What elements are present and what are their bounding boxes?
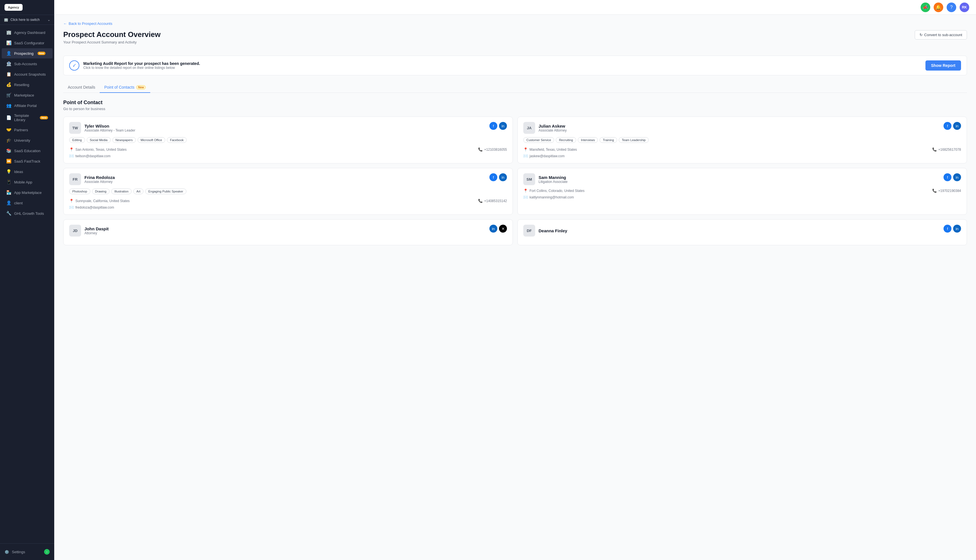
tw-icon[interactable]: ✕ [499, 225, 507, 233]
contact-phone: 📞+19702190384 [932, 188, 961, 193]
badge-template-library: New [40, 116, 48, 119]
sidebar-item-mobile-app[interactable]: 📱 Mobile App [2, 177, 53, 187]
university-icon: 🎓 [6, 138, 11, 143]
contact-name-4: John Daspit [84, 227, 109, 231]
sidebar-item-affiliate-portal[interactable]: 👥 Affiliate Portal [2, 100, 53, 111]
settings-item[interactable]: ⚙️ Settings › [0, 547, 54, 557]
contact-email: ✉️kaitlynmanning@hotmail.com [523, 195, 574, 199]
sidebar-item-agency-dashboard[interactable]: 🏢 Agency Dashboard [2, 27, 53, 38]
li-icon[interactable]: in [499, 173, 507, 181]
sidebar-label-app-marketplace: App Marketplace [14, 190, 42, 195]
contact-email: ✉️fredoloza@daspitlaw.com [69, 205, 114, 210]
skill-tag: Editing [69, 137, 85, 143]
fb-icon[interactable]: f [489, 122, 497, 130]
partners-icon: 🤝 [6, 127, 11, 132]
skill-tag: Facebook [167, 137, 187, 143]
skill-tag: Newspapers [112, 137, 136, 143]
sidebar-label-saas-configurator: SaaS Configurator [14, 41, 44, 45]
contact-card-2: FR Frina Redoloza Associate Attorney fin… [63, 168, 513, 215]
notification-icon-orange[interactable]: 🔔 [934, 3, 943, 12]
help-icon[interactable]: ? [947, 3, 956, 12]
contact-phone: 📞+14085315142 [478, 199, 507, 203]
mobile-app-icon: 📱 [6, 180, 11, 185]
user-avatar[interactable]: RK [959, 3, 969, 12]
agency-dashboard-icon: 🏢 [6, 30, 11, 35]
skills-1: Customer ServiceRecruitingInterviewsTrai… [523, 137, 961, 143]
prospecting-icon: 👤 [6, 51, 11, 56]
sub-accounts-icon: 🏦 [6, 61, 11, 66]
skills-0: EditingSocial MediaNewspapersMicrosoft O… [69, 137, 507, 143]
green-indicator: › [44, 549, 50, 555]
sidebar-item-app-marketplace[interactable]: 🏪 App Marketplace [2, 187, 53, 198]
sidebar-label-marketplace: Marketplace [14, 93, 34, 97]
sidebar-item-ideas[interactable]: 💡 Ideas [2, 167, 53, 177]
template-library-icon: 📄 [6, 115, 11, 120]
li-icon[interactable]: in [953, 225, 961, 233]
fb-icon[interactable]: f [944, 225, 951, 233]
page-title: Prospect Account Overview [63, 30, 160, 39]
contact-role-4: Attorney [84, 231, 109, 235]
sidebar-nav: 🏢 Agency Dashboard 📊 SaaS Configurator 👤… [0, 25, 54, 543]
poc-subtitle: Go to person for business [63, 107, 967, 111]
fb-icon[interactable]: f [944, 173, 951, 181]
li-icon[interactable]: in [953, 122, 961, 130]
contact-role-2: Associate Attorney [84, 180, 115, 184]
sidebar-label-ideas: Ideas [14, 170, 23, 174]
marketplace-icon: 🛒 [6, 93, 11, 98]
sidebar: Agency 🏢 Click here to switch ⌄ 🏢 Agency… [0, 0, 54, 560]
sidebar-item-account-snapshots[interactable]: 📋 Account Snapshots [2, 69, 53, 79]
sidebar-item-saas-fasttrack[interactable]: ⏩ SaaS FastTrack [2, 156, 53, 166]
sidebar-item-university[interactable]: 🎓 University [2, 135, 53, 145]
contact-avatar-3: SM [523, 173, 535, 185]
contact-phone: 📞+12103816055 [478, 147, 507, 152]
contact-avatar-4: JD [69, 225, 81, 237]
fb-icon[interactable]: f [944, 122, 951, 130]
li-icon[interactable]: in [499, 122, 507, 130]
sidebar-item-partners[interactable]: 🤝 Partners [2, 125, 53, 135]
contact-location: 📍Fort Collins, Colorado, United States [523, 188, 585, 193]
skill-tag: Engaging Public Speaker [145, 188, 186, 194]
show-report-button[interactable]: Show Report [926, 60, 961, 70]
skill-tag: Training [599, 137, 617, 143]
sidebar-item-template-library[interactable]: 📄 Template Library New [2, 111, 53, 125]
tab-point-of-contacts[interactable]: Point of Contacts New [100, 82, 150, 93]
audit-check-icon: ✓ [69, 60, 79, 70]
skill-tag: Drawing [92, 188, 110, 194]
sidebar-label-partners: Partners [14, 128, 28, 132]
sidebar-item-saas-education[interactable]: 📚 SaaS Education [2, 146, 53, 156]
li-icon[interactable]: in [953, 173, 961, 181]
tab-account-details[interactable]: Account Details [63, 82, 100, 93]
skill-tag: Customer Service [523, 137, 554, 143]
saas-fasttrack-icon: ⏩ [6, 158, 11, 164]
contact-name-0: Tyler Wilson [84, 123, 135, 128]
back-arrow-icon: ← [63, 22, 67, 26]
sidebar-item-marketplace[interactable]: 🛒 Marketplace [2, 90, 53, 100]
sidebar-label-template-library: Template Library [14, 113, 36, 122]
audit-banner: ✓ Marketing Audit Report for your prospe… [63, 56, 967, 75]
sidebar-label-prospecting: Prospecting [14, 52, 33, 56]
notification-icon-green[interactable]: 📣 [921, 3, 930, 12]
contact-role-1: Associate Attorney [539, 128, 567, 132]
settings-label: Settings [12, 550, 25, 554]
convert-button[interactable]: ↻ Convert to sub-account [915, 30, 967, 40]
back-link[interactable]: ← Back to Prospect Accounts [63, 22, 967, 26]
contact-name-2: Frina Redoloza [84, 175, 115, 180]
client-icon: 👤 [6, 200, 11, 205]
sidebar-item-reselling[interactable]: 💰 Reselling [2, 80, 53, 90]
sidebar-item-ghl-growth-tools[interactable]: 🔧 GHL Growth Tools [2, 208, 53, 218]
sidebar-item-prospecting[interactable]: 👤 Prospecting New [2, 48, 53, 58]
li-icon[interactable]: in [489, 225, 497, 233]
sidebar-item-saas-configurator[interactable]: 📊 SaaS Configurator [2, 38, 53, 48]
convert-icon: ↻ [919, 33, 923, 37]
contact-location: 📍San Antonio, Texas, United States [69, 147, 127, 152]
main-area: 📣 🔔 ? RK ← Back to Prospect Accounts Pro… [54, 0, 976, 560]
agency-switch[interactable]: 🏢 Click here to switch ⌄ [0, 15, 54, 25]
social-icons-2: fin [489, 173, 507, 181]
poc-section: Point of Contact Go to person for busine… [63, 100, 967, 245]
fb-icon[interactable]: f [489, 173, 497, 181]
contact-card-5: DF Deanna Finley fin [517, 219, 967, 245]
sidebar-item-sub-accounts[interactable]: 🏦 Sub-Accounts [2, 59, 53, 69]
sidebar-item-client[interactable]: 👤 client [2, 198, 53, 208]
sidebar-bottom: ⚙️ Settings › [0, 543, 54, 560]
contact-name-1: Julian Askew [539, 123, 567, 128]
